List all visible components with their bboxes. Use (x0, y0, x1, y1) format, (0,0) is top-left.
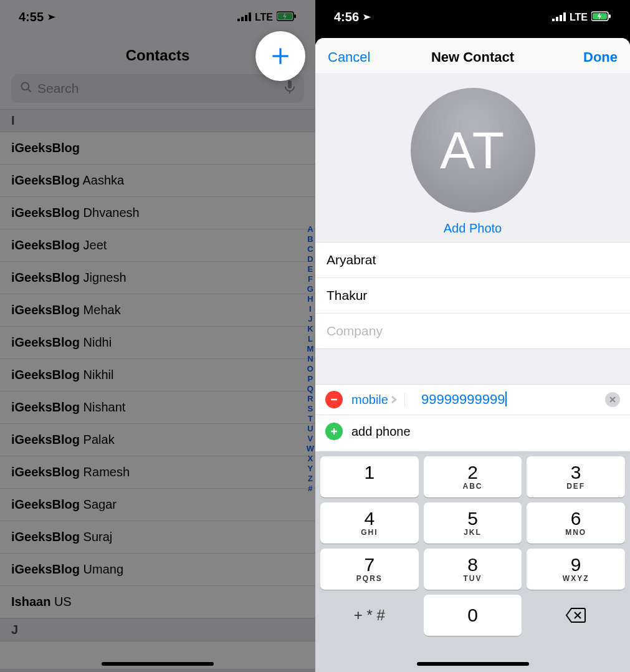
cancel-button[interactable]: Cancel (328, 49, 370, 65)
contact-row[interactable]: iGeeksBlog Umang (0, 554, 315, 586)
company-field[interactable]: Company (315, 314, 630, 348)
keypad-key-8[interactable]: 8TUV (424, 549, 522, 590)
avatar-section: AT Add Photo (315, 73, 630, 242)
chevron-right-icon (391, 395, 397, 404)
contact-row[interactable]: iGeeksBlog Nidhi (0, 327, 315, 359)
svg-rect-13 (552, 19, 555, 21)
index-letter[interactable]: P (308, 374, 313, 384)
plus-icon (330, 427, 338, 436)
home-indicator[interactable] (417, 662, 529, 666)
contact-row[interactable]: iGeeksBlog Mehak (0, 294, 315, 327)
index-letter[interactable]: I (309, 304, 312, 314)
status-time: 4:56 (334, 10, 359, 24)
index-letter[interactable]: Z (308, 474, 313, 484)
section-gap (315, 349, 630, 384)
index-letter[interactable]: L (308, 334, 313, 344)
index-letter[interactable]: G (307, 284, 313, 294)
search-input[interactable]: Search (11, 74, 304, 103)
add-phone-row[interactable]: add phone (315, 415, 630, 452)
keypad-key-5[interactable]: 5JKL (424, 502, 522, 544)
keypad-key-3[interactable]: 3DEF (527, 456, 625, 497)
keypad-key-4[interactable]: 4GHI (320, 502, 419, 544)
index-letter[interactable]: N (307, 354, 313, 364)
index-letter[interactable]: F (308, 274, 313, 284)
battery-icon (277, 10, 297, 24)
index-letter[interactable]: E (308, 264, 313, 274)
contact-row[interactable]: iGeeksBlog Ramesh (0, 456, 315, 489)
keypad-key-7[interactable]: 7PQRS (320, 549, 419, 590)
network-label: LTE (570, 12, 588, 23)
svg-point-7 (22, 83, 29, 90)
clear-phone-button[interactable] (605, 392, 620, 407)
contact-row[interactable]: iGeeksBlog Jignesh (0, 262, 315, 294)
modal-nav: Cancel New Contact Done (315, 38, 630, 73)
last-name-field[interactable]: Thakur (315, 278, 630, 314)
index-letter[interactable]: W (307, 444, 314, 454)
contact-row[interactable]: iGeeksBlog Sagar (0, 489, 315, 521)
index-letter[interactable]: O (307, 364, 313, 374)
signal-icon (552, 10, 566, 24)
contacts-list[interactable]: IiGeeksBlogiGeeksBlog AashkaiGeeksBlog D… (0, 109, 315, 672)
keypad-key-9[interactable]: 9WXYZ (527, 549, 625, 590)
index-letter[interactable]: V (308, 434, 313, 444)
index-letter[interactable]: C (307, 244, 313, 254)
svg-rect-1 (241, 17, 244, 21)
status-bar: 4:56 LTE (315, 0, 630, 34)
index-letter[interactable]: B (307, 234, 313, 244)
svg-rect-14 (556, 17, 558, 21)
index-letter[interactable]: R (307, 394, 313, 404)
contact-row[interactable]: Ishaan US (0, 586, 315, 618)
index-letter[interactable]: D (307, 254, 313, 264)
index-letter[interactable]: U (307, 424, 313, 434)
done-button[interactable]: Done (583, 49, 618, 65)
avatar[interactable]: AT (411, 88, 535, 213)
index-letter[interactable]: J (308, 314, 312, 324)
contact-row[interactable]: iGeeksBlog Nikhil (0, 359, 315, 391)
contact-row[interactable]: iGeeksBlog Nishant (0, 391, 315, 424)
keypad-backspace[interactable] (527, 595, 625, 636)
contact-row[interactable]: iGeeksBlog Jeet (0, 229, 315, 262)
contact-row[interactable]: iGeeksBlog Aashka (0, 165, 315, 197)
svg-rect-16 (563, 12, 566, 21)
contact-row[interactable]: iGeeksBlog (0, 132, 315, 165)
contact-row[interactable]: iGeeksBlog Suraj (0, 521, 315, 554)
add-photo-button[interactable]: Add Photo (315, 221, 630, 236)
keypad-key-1[interactable]: 1 (320, 456, 419, 497)
index-letter[interactable]: S (308, 404, 313, 414)
minus-icon (330, 395, 338, 404)
keypad-key-0[interactable]: 0 (424, 595, 522, 636)
index-letter[interactable]: M (307, 344, 313, 354)
contact-row[interactable]: iGeeksBlog Dhvanesh (0, 197, 315, 229)
phone-type-selector[interactable]: mobile (351, 393, 405, 407)
remove-phone-button[interactable] (325, 391, 343, 408)
contact-row[interactable]: iGeeksBlog Palak (0, 424, 315, 456)
name-fields: Aryabrat Thakur Company (315, 242, 630, 349)
home-indicator[interactable] (102, 662, 214, 666)
index-letter[interactable]: A (307, 224, 313, 234)
add-contact-button[interactable] (255, 31, 305, 81)
index-letter[interactable]: # (308, 484, 312, 494)
index-letter[interactable]: Q (307, 384, 313, 394)
phone-entry-row[interactable]: mobile 99999999999 (315, 384, 630, 415)
index-letter[interactable]: H (307, 294, 313, 304)
new-contact-screen: 4:56 LTE Cancel New Contact Done AT (315, 0, 630, 672)
svg-rect-6 (294, 14, 296, 18)
index-letter[interactable]: X (308, 454, 313, 464)
index-letter[interactable]: K (307, 324, 313, 334)
section-index[interactable]: ABCDEFGHIJKLMNOPQRSTUVWXYZ# (307, 224, 314, 494)
svg-rect-19 (609, 14, 611, 18)
first-name-field[interactable]: Aryabrat (315, 242, 630, 278)
keypad-symbols[interactable]: + * # (320, 595, 419, 636)
mic-icon[interactable] (284, 80, 295, 97)
backspace-icon (565, 607, 586, 623)
keypad-key-2[interactable]: 2ABC (424, 456, 522, 497)
section-header: K (0, 669, 315, 672)
index-letter[interactable]: T (308, 414, 313, 424)
index-letter[interactable]: Y (308, 464, 313, 474)
phone-number-field[interactable]: 99999999999 (414, 391, 596, 408)
modal-sheet: Cancel New Contact Done AT Add Photo Ary… (315, 38, 630, 672)
add-phone-label: add phone (351, 425, 411, 439)
keypad-key-6[interactable]: 6MNO (527, 502, 625, 544)
add-phone-button[interactable] (325, 423, 343, 440)
numeric-keypad: 1 2ABC3DEF4GHI5JKL6MNO7PQRS8TUV9WXYZ+ * … (315, 451, 630, 672)
